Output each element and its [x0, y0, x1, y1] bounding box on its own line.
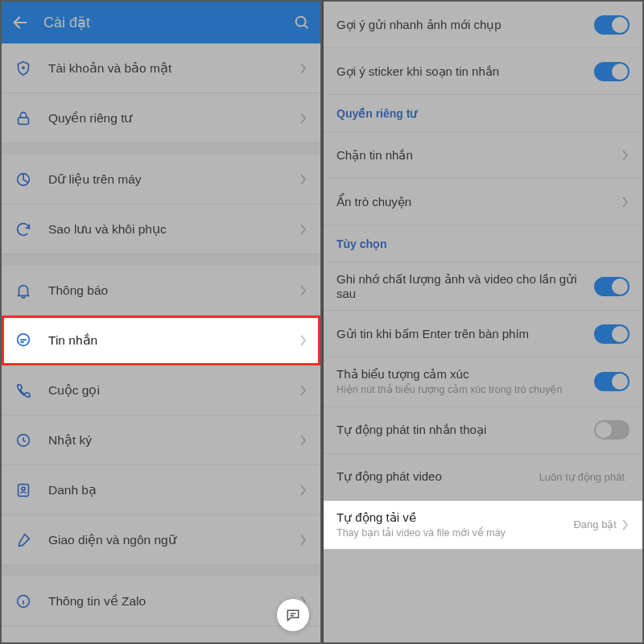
settings-item-timeline[interactable]: Nhật ký [2, 415, 320, 465]
settings-item-label: Cuộc gọi [48, 383, 299, 398]
toggle-switch[interactable] [594, 62, 630, 81]
settings-item-calls[interactable]: Cuộc gọi [2, 365, 320, 415]
toggle-label-block: Thả biểu tượng cảm xúc Hiện nút thả biểu… [336, 367, 594, 397]
row-value: Đang bật [573, 518, 617, 530]
svg-point-4 [18, 333, 30, 345]
toggle-label: Gợi ý sticker khi soạn tin nhắn [336, 64, 594, 79]
toggle-switch[interactable] [594, 15, 630, 35]
chevron-right-icon [299, 535, 308, 546]
settings-title: Cài đặt [43, 14, 293, 31]
spacer [2, 565, 320, 576]
section-privacy-title: Quyền riêng tư [324, 95, 642, 132]
phone-icon [14, 382, 32, 399]
settings-item-label: Sao lưu và khôi phục [48, 222, 299, 237]
settings-item-privacy[interactable]: Quyền riêng tư [2, 93, 320, 143]
settings-panel: Cài đặt Tài khoản và bảo mật Quyền riêng… [2, 2, 320, 642]
info-icon [14, 592, 32, 610]
row-autoplay-video[interactable]: Tự động phát video Luôn tự động phát [324, 454, 642, 501]
toggle-label: Thả biểu tượng cảm xúc [336, 367, 594, 382]
toggle-reactions[interactable]: Thả biểu tượng cảm xúc Hiện nút thả biểu… [324, 357, 642, 407]
chevron-right-icon [299, 174, 308, 185]
settings-item-about[interactable]: Thông tin về Zalo [2, 576, 320, 626]
chevron-right-icon [299, 385, 308, 396]
settings-item-support[interactable]: Liên hệ hỗ trợ [2, 626, 320, 642]
messages-settings-panel: Gợi ý gửi nhanh ảnh mới chụp Gợi ý stick… [324, 2, 642, 642]
settings-item-appearance[interactable]: Giao diện và ngôn ngữ [2, 515, 320, 565]
settings-item-label: Dữ liệu trên máy [48, 172, 299, 187]
toggle-label: Tự động phát tin nhắn thoại [336, 423, 594, 437]
settings-item-label: Tin nhắn [48, 333, 299, 348]
sync-icon [14, 221, 32, 238]
settings-item-label: Giao diện và ngôn ngữ [48, 533, 299, 547]
toggle-switch[interactable] [594, 372, 630, 391]
row-sublabel: Thay bạn tải video và file mới về máy [336, 527, 573, 540]
toggle-sticker[interactable]: Gợi ý sticker khi soạn tin nhắn [324, 48, 642, 95]
spacer [2, 143, 320, 155]
settings-item-label: Danh bạ [48, 483, 299, 497]
settings-item-label: Thông tin về Zalo [48, 594, 299, 609]
chevron-right-icon [299, 224, 308, 235]
privacy-block-messages[interactable]: Chặn tin nhắn [324, 132, 642, 179]
toggle-enter-send[interactable]: Gửi tin khi bấm Enter trên bàn phím [324, 311, 642, 357]
shield-icon [14, 60, 32, 77]
toggle-label: Gợi ý gửi nhanh ảnh mới chụp [336, 18, 594, 32]
row-label-block: Tự động tải về Thay bạn tải video và fil… [336, 510, 573, 540]
chevron-right-icon [299, 285, 308, 296]
chevron-right-icon [621, 150, 630, 161]
toggle-switch[interactable] [594, 324, 630, 344]
row-auto-download[interactable]: Tự động tải về Thay bạn tải video và fil… [324, 501, 642, 550]
toggle-switch[interactable] [594, 420, 630, 440]
svg-point-0 [296, 17, 306, 27]
chevron-right-icon [299, 63, 308, 74]
toggle-quick-photo[interactable]: Gợi ý gửi nhanh ảnh mới chụp [324, 2, 642, 48]
row-label: Ẩn trò chuyện [336, 195, 621, 209]
settings-item-label: Thông báo [48, 283, 299, 298]
back-icon[interactable] [11, 14, 29, 31]
settings-item-label: Tài khoản và bảo mật [48, 61, 299, 76]
bell-icon [14, 282, 32, 299]
chevron-right-icon [299, 485, 308, 496]
feedback-button[interactable] [277, 599, 309, 631]
row-label: Tự động phát video [336, 469, 539, 484]
settings-item-contacts[interactable]: Danh bạ [2, 465, 320, 515]
contacts-icon [14, 481, 32, 499]
svg-point-7 [22, 487, 25, 490]
chevron-right-icon [299, 435, 308, 446]
pie-icon [14, 171, 32, 188]
toggle-switch[interactable] [594, 277, 630, 296]
brush-icon [14, 531, 32, 549]
row-label: Tự động tải về [336, 510, 573, 525]
chevron-right-icon [299, 335, 308, 346]
row-label: Chặn tin nhắn [336, 148, 621, 163]
settings-item-data[interactable]: Dữ liệu trên máy [2, 155, 320, 204]
chevron-right-icon [621, 196, 630, 208]
settings-header: Cài đặt [2, 2, 320, 43]
row-value: Luôn tự động phát [539, 471, 625, 483]
toggle-label: Gửi tin khi bấm Enter trên bàn phím [336, 327, 594, 341]
settings-item-backup[interactable]: Sao lưu và khôi phục [2, 204, 320, 254]
toggle-label: Ghi nhớ chất lượng ảnh và video cho lần … [336, 272, 594, 300]
lock-icon [14, 109, 32, 127]
svg-point-1 [23, 66, 24, 68]
search-icon[interactable] [293, 14, 311, 31]
chevron-right-icon [299, 113, 308, 124]
spacer [2, 254, 320, 266]
settings-item-notifications[interactable]: Thông báo [2, 266, 320, 316]
section-options-title: Tùy chọn [324, 225, 642, 262]
settings-item-label: Nhật ký [48, 433, 299, 448]
privacy-hide-chat[interactable]: Ẩn trò chuyện [324, 179, 642, 225]
toggle-autoplay-voice[interactable]: Tự động phát tin nhắn thoại [324, 407, 642, 454]
clock-icon [14, 431, 32, 449]
chevron-right-icon [621, 519, 630, 530]
chat-icon [14, 332, 32, 349]
settings-item-label: Quyền riêng tư [48, 111, 299, 126]
toggle-sublabel: Hiện nút thả biểu tượng cảm xúc trong tr… [336, 384, 594, 397]
toggle-remember-quality[interactable]: Ghi nhớ chất lượng ảnh và video cho lần … [324, 262, 642, 311]
svg-rect-2 [19, 118, 29, 124]
settings-item-messages[interactable]: Tin nhắn [2, 316, 320, 365]
settings-item-account[interactable]: Tài khoản và bảo mật [2, 43, 320, 93]
